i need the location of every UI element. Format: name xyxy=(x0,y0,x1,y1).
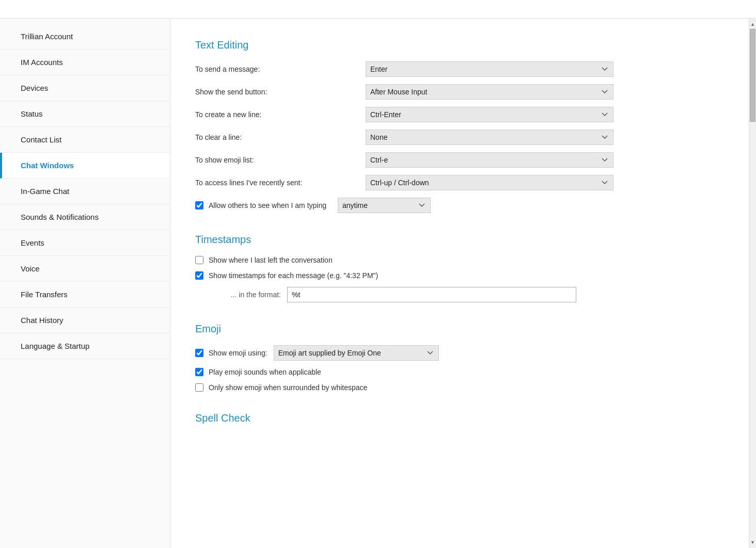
only-show-emoji-checkbox[interactable] xyxy=(195,383,203,392)
show-emoji-checkbox[interactable] xyxy=(195,349,203,357)
sidebar-item-language-startup[interactable]: Language & Startup xyxy=(0,333,170,359)
show-timestamps-label: Show timestamps for each message (e.g. "… xyxy=(209,271,378,280)
text-editing-label-3: To clear a line: xyxy=(195,133,366,141)
text-editing-select-1[interactable]: After Mouse InputAlwaysNever xyxy=(366,84,613,100)
timestamps-title: Timestamps xyxy=(195,234,724,246)
scroll-down-arrow[interactable]: ▼ xyxy=(749,538,757,547)
content-area: Text EditingTo send a message:EnterCtrl-… xyxy=(170,19,749,548)
sidebar-item-sounds-notifications[interactable]: Sounds & Notifications xyxy=(0,204,170,230)
sidebar-item-devices[interactable]: Devices xyxy=(0,75,170,101)
show-timestamps-row: Show timestamps for each message (e.g. "… xyxy=(195,271,724,280)
scrollbar[interactable]: ▲ ▼ xyxy=(749,19,756,548)
sidebar-item-im-accounts[interactable]: IM Accounts xyxy=(0,50,170,75)
timestamp-format-input[interactable] xyxy=(287,287,576,302)
scrollbar-thumb[interactable] xyxy=(750,29,755,122)
text-editing-select-0[interactable]: EnterCtrl-EnterAlt-EnterNone xyxy=(366,61,613,77)
text-editing-row-0: To send a message:EnterCtrl-EnterAlt-Ent… xyxy=(195,61,724,77)
text-editing-label-1: Show the send button: xyxy=(195,88,366,96)
typing-indicator-select[interactable]: anytimeneveralways xyxy=(338,198,431,213)
text-editing-select-2[interactable]: Ctrl-EnterEnterShift-EnterNone xyxy=(366,107,613,122)
text-editing-select-4[interactable]: Ctrl-eNone xyxy=(366,152,613,168)
title-bar xyxy=(0,0,756,19)
sidebar-item-contact-list[interactable]: Contact List xyxy=(0,127,170,153)
text-editing-select-3[interactable]: NoneCtrl-LCtrl-K xyxy=(366,130,613,145)
emoji-title: Emoji xyxy=(195,323,724,335)
close-button[interactable] xyxy=(735,2,750,17)
sidebar-item-chat-history[interactable]: Chat History xyxy=(0,308,170,333)
sidebar-item-file-transfers[interactable]: File Transfers xyxy=(0,282,170,308)
scroll-up-arrow[interactable]: ▲ xyxy=(749,20,757,29)
typing-indicator-checkbox[interactable] xyxy=(195,201,203,209)
last-left-conversation-row: Show where I last left the conversation xyxy=(195,256,724,264)
last-left-conversation-label: Show where I last left the conversation xyxy=(209,256,333,264)
last-left-conversation-checkbox[interactable] xyxy=(195,256,203,264)
text-editing-label-0: To send a message: xyxy=(195,65,366,73)
timestamp-format-row: ... in the format: xyxy=(195,287,724,302)
show-timestamps-checkbox[interactable] xyxy=(195,271,203,280)
text-editing-label-2: To create a new line: xyxy=(195,110,366,119)
text-editing-title: Text Editing xyxy=(195,39,724,51)
sidebar-item-status[interactable]: Status xyxy=(0,101,170,127)
sidebar-item-in-game-chat[interactable]: In-Game Chat xyxy=(0,179,170,204)
text-editing-row-3: To clear a line:NoneCtrl-LCtrl-K xyxy=(195,130,724,145)
text-editing-row-2: To create a new line:Ctrl-EnterEnterShif… xyxy=(195,107,724,122)
typing-indicator-row: Allow others to see when I am typinganyt… xyxy=(195,198,724,213)
sidebar-item-voice[interactable]: Voice xyxy=(0,256,170,282)
play-emoji-sounds-checkbox[interactable] xyxy=(195,368,203,376)
scrollbar-track[interactable] xyxy=(749,29,756,538)
spell-check-title: Spell Check xyxy=(195,412,724,424)
text-editing-row-5: To access lines I've recently sent:Ctrl-… xyxy=(195,175,724,190)
show-emoji-row: Show emoji using:Emoji art supplied by E… xyxy=(195,345,724,361)
text-editing-label-4: To show emoji list: xyxy=(195,156,366,164)
timestamp-format-label: ... in the format: xyxy=(209,291,281,299)
show-emoji-select[interactable]: Emoji art supplied by Emoji OneNative OS… xyxy=(274,345,439,361)
sidebar-item-trillian-account[interactable]: Trillian Account xyxy=(0,24,170,50)
text-editing-row-1: Show the send button:After Mouse InputAl… xyxy=(195,84,724,100)
play-emoji-sounds-label: Play emoji sounds when applicable xyxy=(209,368,321,376)
play-emoji-sounds-row: Play emoji sounds when applicable xyxy=(195,368,724,376)
only-show-emoji-row: Only show emoji when surrounded by white… xyxy=(195,383,724,392)
text-editing-row-4: To show emoji list:Ctrl-eNone xyxy=(195,152,724,168)
sidebar-item-chat-windows[interactable]: Chat Windows xyxy=(0,153,170,179)
text-editing-select-5[interactable]: Ctrl-up / Ctrl-downNone xyxy=(366,175,613,190)
text-editing-label-5: To access lines I've recently sent: xyxy=(195,179,366,187)
sidebar-item-events[interactable]: Events xyxy=(0,230,170,256)
sidebar: Trillian AccountIM AccountsDevicesStatus… xyxy=(0,19,170,548)
only-show-emoji-label: Only show emoji when surrounded by white… xyxy=(209,383,367,392)
show-emoji-label: Show emoji using: xyxy=(209,349,267,357)
typing-indicator-label: Allow others to see when I am typing xyxy=(209,201,326,209)
main-container: Trillian AccountIM AccountsDevicesStatus… xyxy=(0,0,756,548)
